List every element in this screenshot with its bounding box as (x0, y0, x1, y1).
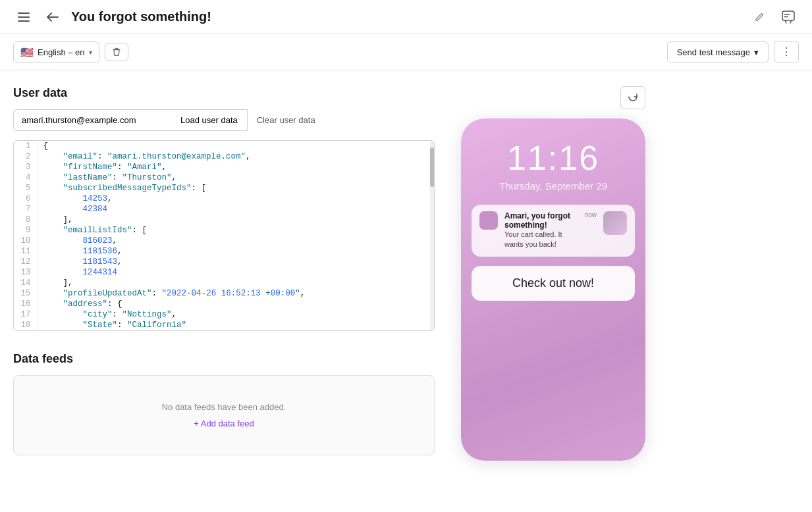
lang-bar-right: Send test message ▾ ⋮ (667, 41, 799, 63)
table-row: 3 "firstName": "Amari", (14, 162, 434, 172)
table-row: 17 "city": "Nottings", (14, 309, 434, 320)
user-data-title: User data (13, 86, 435, 100)
line-content: "subscribedMessageTypeIds": [ (38, 183, 434, 193)
phone-date: Thursday, September 29 (472, 180, 635, 192)
chevron-down-icon: ▾ (89, 49, 92, 56)
line-content: "lastName": "Thurston", (38, 172, 434, 183)
email-input[interactable] (13, 109, 171, 131)
left-panel: User data Load user data Clear user data… (13, 86, 435, 496)
line-number: 9 (14, 225, 38, 236)
line-content: ], (38, 278, 434, 288)
line-number: 12 (14, 257, 38, 267)
svg-rect-2 (18, 20, 30, 22)
code-table: 1{2 "email": "amari.thurston@example.com… (14, 141, 434, 330)
send-test-message-button[interactable]: Send test message ▾ (667, 41, 769, 63)
table-row: 11 1181536, (14, 246, 434, 257)
line-content: 1181536, (38, 246, 434, 257)
line-content: "firstName": "Amari", (38, 162, 434, 172)
table-row: 8 ], (14, 215, 434, 225)
table-row: 15 "profileUpdatedAt": "2022-04-26 16:52… (14, 288, 434, 299)
app-icon (479, 211, 498, 230)
chat-icon[interactable] (778, 7, 799, 28)
line-number: 16 (14, 299, 38, 309)
back-icon[interactable] (42, 7, 63, 28)
more-dots-icon: ⋮ (781, 46, 792, 57)
table-row: 6 14253, (14, 193, 434, 204)
line-content: ], (38, 215, 434, 225)
send-chevron-icon: ▾ (754, 47, 759, 57)
line-number: 10 (14, 236, 38, 246)
line-content: "State": "California" (38, 320, 434, 330)
table-row: 14 ], (14, 278, 434, 288)
code-scrollbar[interactable] (430, 141, 434, 330)
notification-timestamp: now (585, 211, 597, 218)
line-number: 1 (14, 141, 38, 151)
line-content: 42384 (38, 204, 434, 215)
line-number: 5 (14, 183, 38, 193)
line-content: "address": { (38, 299, 434, 309)
delete-language-button[interactable] (105, 43, 128, 61)
svg-rect-1 (18, 16, 30, 18)
table-row: 5 "subscribedMessageTypeIds": [ (14, 183, 434, 193)
data-feeds-title: Data feeds (13, 352, 435, 366)
clear-user-data-button[interactable]: Clear user data (248, 110, 325, 130)
table-row: 2 "email": "amari.thurston@example.com", (14, 151, 434, 162)
table-row: 12 1181543, (14, 257, 434, 267)
line-number: 4 (14, 172, 38, 183)
line-content: "emailListIds": [ (38, 225, 434, 236)
notification-text: Your cart called. It wants you back! (504, 230, 578, 250)
line-number: 17 (14, 309, 38, 320)
phone-mockup: 11:16 Thursday, September 29 Amari, you … (461, 118, 645, 461)
line-number: 14 (14, 278, 38, 288)
main-content: User data Load user data Clear user data… (0, 70, 812, 511)
line-content: "profileUpdatedAt": "2022-04-26 16:52:13… (38, 288, 434, 299)
flag-icon: 🇺🇸 (20, 46, 34, 59)
table-row: 9 "emailListIds": [ (14, 225, 434, 236)
page-title: You forgot something! (71, 9, 741, 24)
table-row: 7 42384 (14, 204, 434, 215)
data-feeds-section: Data feeds No data feeds have been added… (13, 352, 435, 455)
notification-card: Amari, you forgot something! Your cart c… (472, 205, 635, 257)
data-feeds-empty-text: No data feeds have been added. (27, 402, 421, 412)
table-row: 1{ (14, 141, 434, 151)
notification-body: Amari, you forgot something! Your cart c… (504, 211, 578, 250)
load-user-data-button[interactable]: Load user data (171, 109, 248, 131)
line-number: 2 (14, 151, 38, 162)
line-number: 11 (14, 246, 38, 257)
table-row: 10 816023, (14, 236, 434, 246)
svg-rect-3 (782, 11, 794, 20)
user-data-controls: Load user data Clear user data (13, 109, 435, 131)
language-selector[interactable]: 🇺🇸 English – en ▾ (13, 41, 99, 63)
phone-time: 11:16 (472, 138, 635, 178)
cta-card[interactable]: Check out now! (472, 266, 635, 301)
table-row: 16 "address": { (14, 299, 434, 309)
line-content: "email": "amari.thurston@example.com", (38, 151, 434, 162)
line-content: 816023, (38, 236, 434, 246)
line-number: 7 (14, 204, 38, 215)
edit-icon[interactable] (749, 7, 770, 28)
code-editor[interactable]: 1{2 "email": "amari.thurston@example.com… (13, 140, 435, 331)
line-content: 14253, (38, 193, 434, 204)
line-content: { (38, 141, 434, 151)
language-label: English – en (38, 47, 85, 57)
line-number: 13 (14, 267, 38, 278)
top-bar: You forgot something! (0, 0, 812, 34)
line-number: 18 (14, 320, 38, 330)
line-number: 3 (14, 162, 38, 172)
notification-image (603, 211, 627, 235)
lang-bar: 🇺🇸 English – en ▾ Send test message ▾ ⋮ (0, 34, 812, 70)
line-number: 6 (14, 193, 38, 204)
refresh-button[interactable] (620, 86, 645, 109)
more-options-button[interactable]: ⋮ (774, 41, 799, 63)
line-number: 8 (14, 215, 38, 225)
table-row: 4 "lastName": "Thurston", (14, 172, 434, 183)
line-content: 1244314 (38, 267, 434, 278)
line-number: 15 (14, 288, 38, 299)
cta-text: Check out now! (512, 276, 594, 290)
hamburger-icon[interactable] (13, 7, 34, 28)
table-row: 18 "State": "California" (14, 320, 434, 330)
add-data-feed-link[interactable]: + Add data feed (27, 419, 421, 428)
data-feeds-empty-state: No data feeds have been added. + Add dat… (13, 375, 435, 455)
table-row: 13 1244314 (14, 267, 434, 278)
right-panel: 11:16 Thursday, September 29 Amari, you … (435, 86, 645, 496)
